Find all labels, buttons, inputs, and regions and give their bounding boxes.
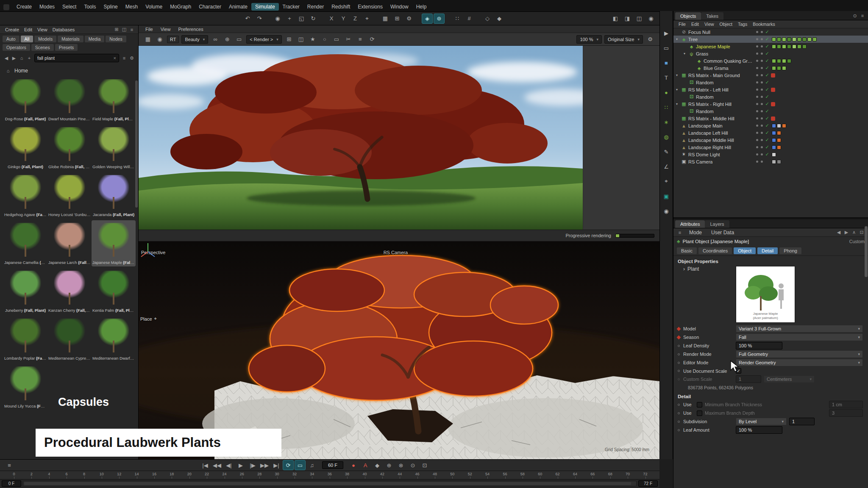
render-visibility-dot[interactable] (761, 103, 763, 105)
render-visibility-dot[interactable] (761, 38, 763, 40)
object-row[interactable]: RS Matrix - Middle Hill (673, 115, 868, 122)
object-label[interactable]: Random (696, 94, 714, 100)
object-label[interactable]: RS Matrix - Right Hill (688, 102, 732, 107)
filter-tab[interactable]: Media (85, 36, 105, 42)
plant-asset[interactable]: Kanzan Cherry (Fall, Plant) (47, 268, 92, 314)
snap-toggle-icon[interactable]: ∷ (452, 14, 463, 24)
enabled-check-icon[interactable] (764, 116, 770, 121)
timeline-scrollbar[interactable] (23, 481, 637, 486)
asset-menu-item[interactable]: Edit (22, 27, 35, 33)
expand-arrow-icon[interactable] (676, 73, 681, 77)
sphere-primitive-icon[interactable]: ● (661, 87, 672, 97)
plant-asset[interactable]: Japanese Camellia (Fall, Plant) (3, 220, 47, 266)
attribute-tab-button[interactable]: Phong (779, 247, 801, 254)
user-data-menu[interactable]: User Data (707, 229, 738, 236)
material-tag-chips[interactable] (772, 145, 781, 150)
plant-asset[interactable]: Dwarf Mountain Pine (Fall, Plant) (47, 77, 92, 123)
history-icon[interactable]: ⟳ (367, 34, 378, 44)
editor-visibility-dot[interactable] (756, 67, 758, 69)
parent-object-icon[interactable]: ∧ (850, 229, 858, 236)
plant-asset[interactable]: Mediterranean Dwarf Palm (Fall, Plant) (92, 316, 136, 362)
attribute-tab-button[interactable]: Coordinates (698, 247, 732, 254)
render-view-menu-item[interactable]: Preferences (175, 26, 206, 32)
enabled-check-icon[interactable] (764, 94, 770, 100)
material-tag-chips[interactable] (772, 37, 817, 42)
plant-asset[interactable]: Hedgehog Agave (Fall, Plant) (3, 172, 47, 219)
hamburger-icon[interactable]: ≡ (676, 229, 684, 236)
enabled-check-icon[interactable] (764, 108, 770, 114)
focus-picker-icon[interactable]: ⊕ (222, 34, 233, 44)
scale-tool-icon[interactable]: ◱ (296, 14, 307, 24)
coordinate-system-icon[interactable]: ⌖ (362, 14, 373, 24)
menu-item[interactable]: MoGraph (166, 3, 195, 11)
menu-item[interactable]: Select (58, 3, 80, 11)
simulation-cache-icon[interactable]: ⊚ (434, 14, 445, 24)
redo-icon[interactable]: ↷ (254, 14, 265, 24)
z-axis-lock-icon[interactable]: Z (350, 14, 361, 24)
object-label[interactable]: Landscape Main (688, 123, 723, 128)
render-visibility-dot[interactable] (761, 125, 763, 127)
editor-visibility-dot[interactable] (756, 153, 758, 155)
record-button[interactable]: ● (348, 460, 359, 470)
object-label[interactable]: Common Quaking Grass (704, 58, 755, 64)
material-tag-chips[interactable] (772, 138, 781, 142)
attribute-tab-button[interactable]: Object (734, 247, 756, 254)
render-visibility-dot[interactable] (761, 117, 763, 119)
keyframe-dot[interactable] (677, 327, 681, 331)
expand-arrow-icon[interactable] (684, 52, 688, 55)
editor-visibility-dot[interactable] (756, 117, 758, 119)
plant-asset[interactable]: Lombardy Poplar (Fall, Plant) (3, 316, 47, 362)
perspective-viewport[interactable]: Perspective RS Camera Place ⌖ Grid Spaci… (139, 241, 659, 459)
back-icon[interactable]: ◀ (3, 55, 10, 61)
object-row[interactable]: Blue Grama (673, 64, 868, 72)
record-scale-icon[interactable]: ⊗ (395, 460, 406, 470)
object-manager-menu-item[interactable]: Bookmarks (750, 21, 778, 27)
plant-asset[interactable]: Jacaranda (Fall, Plant) (92, 172, 136, 219)
size-dropdown[interactable]: Original Size▾ (604, 35, 643, 44)
object-row[interactable]: RS Matrix - Left Hill (673, 86, 868, 93)
enabled-check-icon[interactable] (764, 130, 770, 136)
filter-tab[interactable]: Auto (3, 36, 19, 42)
object-row[interactable]: Landscape Middle Hill (673, 136, 868, 144)
plant-asset[interactable]: Japanese Larch (Fall, Plant) (47, 220, 92, 266)
object-manager-menu-item[interactable]: Tags (735, 21, 750, 27)
object-manager-menu-item[interactable]: Edit (689, 21, 701, 27)
keyframe-button[interactable]: ◆ (372, 460, 383, 470)
plant-asset[interactable]: Juneberry (Fall, Plant) (3, 268, 47, 314)
menu-item[interactable]: Window (387, 3, 412, 11)
object-row[interactable]: RS Matrix - Right Hill (673, 100, 868, 108)
layout-full-icon[interactable]: ◫ (634, 13, 645, 23)
editor-visibility-dot[interactable] (756, 89, 758, 91)
asset-menu-item[interactable]: Databases (50, 27, 78, 33)
render-visibility-dot[interactable] (761, 74, 763, 76)
custom-label[interactable]: Custom (849, 239, 865, 244)
object-label[interactable]: Blue Grama (704, 66, 729, 71)
object-row[interactable]: Japanese Maple (673, 43, 868, 50)
render-slate-icon[interactable]: ▦ (142, 34, 153, 44)
clear-search-icon[interactable]: × (114, 55, 116, 61)
object-row[interactable]: Random (673, 79, 868, 86)
redshift-object-tag-icon[interactable] (771, 116, 775, 121)
material-icon[interactable]: ◉ (661, 206, 672, 216)
record-rotation-icon[interactable]: ⊙ (407, 460, 418, 470)
region-render-icon[interactable]: ▭ (234, 34, 245, 44)
render-engine-dropdown[interactable]: < Render >▾ (246, 35, 282, 44)
editor-visibility-dot[interactable] (756, 161, 758, 163)
expand-arrow-icon[interactable] (676, 102, 681, 106)
render-view-icon[interactable]: ▦ (380, 14, 391, 24)
render-view-settings-icon[interactable]: ⚙ (645, 34, 656, 44)
record-position-icon[interactable]: ⊕ (384, 460, 395, 470)
split-view-icon[interactable]: ◫ (120, 26, 128, 33)
leaf-amount-field[interactable]: 100 % (736, 426, 782, 434)
grid-snap-icon[interactable]: # (464, 14, 475, 24)
search-icon[interactable]: ⊙ (851, 12, 859, 19)
range-start-field[interactable]: 0 F (2, 480, 21, 487)
list-view-icon[interactable]: ≡ (128, 26, 136, 33)
object-manager-menu-item[interactable]: File (676, 21, 688, 27)
object-row[interactable]: Focus Null (673, 28, 868, 36)
material-tag-chips[interactable] (772, 44, 807, 49)
menu-item[interactable]: Mesh (122, 3, 142, 11)
editor-visibility-dot[interactable] (756, 53, 758, 55)
home-icon[interactable]: ⌂ (18, 55, 25, 61)
editor-visibility-dot[interactable] (756, 96, 758, 98)
